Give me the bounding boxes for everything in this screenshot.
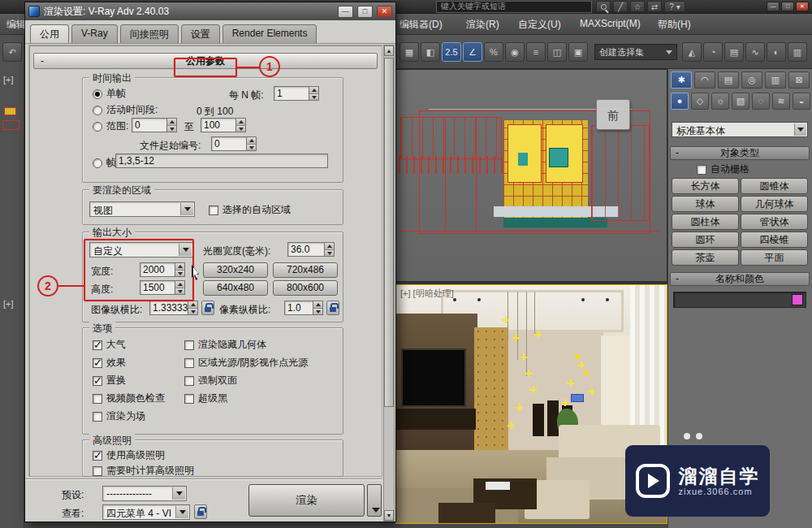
auto-region-checkbox[interactable]: 选择的自动区域 — [209, 203, 291, 217]
scrollbar-thumb[interactable] — [384, 58, 394, 407]
modify-tab-icon[interactable]: ◠ — [694, 71, 715, 89]
viewport-label[interactable]: [+] [明暗处理] — [400, 288, 454, 300]
light-helper-icon[interactable] — [577, 361, 585, 369]
create-tab-icon[interactable]: ✱ — [671, 71, 692, 89]
object-name-field[interactable] — [673, 292, 806, 308]
checkbox-render-to-fields[interactable]: 渲染为场 — [93, 409, 145, 423]
render-button[interactable]: 渲染 — [248, 484, 365, 517]
button-cone[interactable]: 圆锥体 — [741, 178, 808, 194]
preset-640x480-button[interactable]: 640x480 — [203, 280, 268, 296]
range-from-value[interactable]: 0 — [132, 118, 166, 132]
favorites-star-icon[interactable]: ☆ — [630, 1, 645, 12]
file-number-value[interactable]: 0 — [211, 136, 246, 151]
material-editor-icon[interactable]: ◐ — [767, 42, 786, 62]
image-aspect-lock-button[interactable] — [201, 301, 214, 315]
display-tab-icon[interactable]: ▥ — [765, 71, 786, 89]
spinner[interactable] — [166, 118, 177, 132]
primitive-set-dropdown[interactable]: 标准基本体 — [672, 122, 808, 137]
motion-tab-icon[interactable]: ◎ — [741, 71, 762, 89]
radio-active-time[interactable]: 活动时间段: — [93, 103, 158, 117]
viewcube-front-gizmo[interactable]: 前 — [596, 99, 630, 130]
checkbox-compute-when-required[interactable]: 需要时计算高级照明 — [93, 464, 194, 478]
frames-value[interactable]: 1,3,5-12 — [115, 154, 328, 168]
wrench-icon[interactable]: ╱ — [613, 1, 628, 12]
checkbox-area-lights-as-points[interactable]: 区域光源/阴影视作点光源 — [184, 356, 308, 370]
light-helper-icon[interactable] — [520, 353, 527, 361]
selection-lock-icon[interactable]: ▣ — [568, 42, 588, 62]
tab-indirect-illumination[interactable]: 间接照明 — [120, 24, 179, 44]
systems-category-icon[interactable]: ◒ — [793, 93, 810, 110]
selected-object-highlight[interactable] — [571, 394, 584, 402]
menu-graph-editors[interactable]: 编辑器(D) — [400, 18, 443, 32]
light-helper-icon[interactable] — [534, 331, 542, 338]
spacewarps-category-icon[interactable]: ≋ — [772, 93, 790, 110]
checkbox-super-black[interactable]: 超级黑 — [184, 392, 227, 405]
button-tube[interactable]: 管状体 — [741, 214, 808, 230]
window-minimize-button[interactable]: — — [767, 2, 780, 11]
curve-editor-icon[interactable]: ∿ — [745, 42, 765, 62]
shapes-category-icon[interactable]: ◇ — [691, 93, 709, 110]
communication-center-icon[interactable]: ⇄ — [647, 1, 662, 12]
mirror-icon[interactable]: ◭ — [682, 42, 702, 62]
every-n-value[interactable]: 1 — [274, 86, 309, 101]
spinner[interactable] — [309, 86, 319, 101]
angle-snap-icon[interactable]: ∠ — [463, 42, 482, 62]
search-icon[interactable] — [596, 1, 611, 12]
light-helper-icon[interactable] — [529, 386, 537, 393]
geometry-category-icon[interactable]: ● — [671, 93, 689, 110]
spinner[interactable] — [313, 301, 323, 315]
render-setup-icon[interactable]: ▥ — [788, 42, 807, 62]
checkbox-use-advanced-lighting[interactable]: 使用高级照明 — [93, 448, 165, 462]
preset-800x600-button[interactable]: 800x600 — [273, 280, 338, 296]
light-helper-icon[interactable] — [561, 399, 568, 406]
menu-help[interactable]: 帮助(H) — [658, 18, 691, 32]
light-helper-icon[interactable] — [516, 404, 523, 411]
viewport-lock-button[interactable] — [194, 504, 207, 519]
search-input[interactable]: 键入关键字或短语 — [436, 1, 592, 13]
light-helper-icon[interactable] — [567, 379, 574, 387]
tab-render-elements[interactable]: Render Elements — [222, 24, 317, 44]
checkbox-effects[interactable]: 效果 — [93, 356, 126, 370]
button-torus[interactable]: 圆环 — [672, 232, 739, 248]
preset-720x486-button[interactable]: 720x486 — [273, 262, 338, 278]
helpers-category-icon[interactable]: ◌ — [752, 93, 770, 110]
help-icon[interactable]: ? ▾ — [664, 1, 685, 12]
light-helper-icon[interactable] — [512, 334, 520, 341]
scroll-up-button[interactable]: ▲ — [384, 45, 394, 56]
render-flyout-button[interactable] — [367, 484, 382, 517]
light-helper-icon[interactable] — [588, 387, 595, 395]
pixel-aspect-value[interactable]: 1.0 — [284, 301, 313, 315]
spinner[interactable] — [246, 136, 257, 151]
autogrid-checkbox[interactable]: 自动栅格 — [697, 162, 749, 176]
dialog-title-bar[interactable]: 渲染设置: V-Ray Adv 2.40.03 — □ ✕ — [25, 2, 395, 20]
range-to-value[interactable]: 100 — [201, 118, 235, 132]
aperture-value[interactable]: 36.0 — [287, 242, 324, 257]
menu-customize[interactable]: 自定义(U) — [518, 18, 561, 32]
viewport-menu-top-left[interactable]: [+] — [3, 75, 14, 84]
dialog-minimize-button[interactable]: — — [338, 6, 353, 18]
pixel-aspect-lock-button[interactable] — [326, 301, 339, 315]
button-cylinder[interactable]: 圆柱体 — [672, 214, 739, 230]
checkbox-render-hidden[interactable]: 渲染隐藏几何体 — [184, 338, 266, 352]
utilities-tab-icon[interactable]: ⊠ — [788, 71, 810, 89]
object-type-rollout[interactable]: - 对象类型 — [670, 146, 810, 160]
scroll-down-button[interactable]: ▼ — [384, 510, 394, 521]
checkbox-force-two-sided[interactable]: 强制双面 — [184, 374, 237, 387]
button-sphere[interactable]: 球体 — [672, 196, 739, 212]
lights-category-icon[interactable]: ☼ — [711, 93, 729, 110]
window-maximize-button[interactable]: □ — [781, 2, 794, 11]
select-object-icon[interactable]: ▦ — [400, 42, 419, 62]
radio-range[interactable]: 范围: — [93, 119, 128, 133]
light-helper-icon[interactable] — [508, 422, 515, 429]
select-region-icon[interactable]: ◧ — [421, 42, 440, 62]
dialog-scrollbar[interactable]: ▲ ▼ — [383, 45, 395, 522]
snap-toggle-icon[interactable]: 2.5 — [442, 42, 461, 62]
name-color-rollout[interactable]: - 名称和颜色 — [670, 272, 810, 286]
preset-320x240-button[interactable]: 320x240 — [203, 262, 268, 278]
area-mode-dropdown[interactable]: 视图 — [89, 201, 195, 217]
spinner[interactable] — [188, 301, 198, 315]
spinner-snap-icon[interactable]: ◉ — [505, 42, 525, 62]
spinner[interactable] — [324, 242, 335, 257]
checkbox-displacement[interactable]: 置换 — [93, 374, 126, 387]
light-helper-icon[interactable] — [525, 370, 532, 377]
